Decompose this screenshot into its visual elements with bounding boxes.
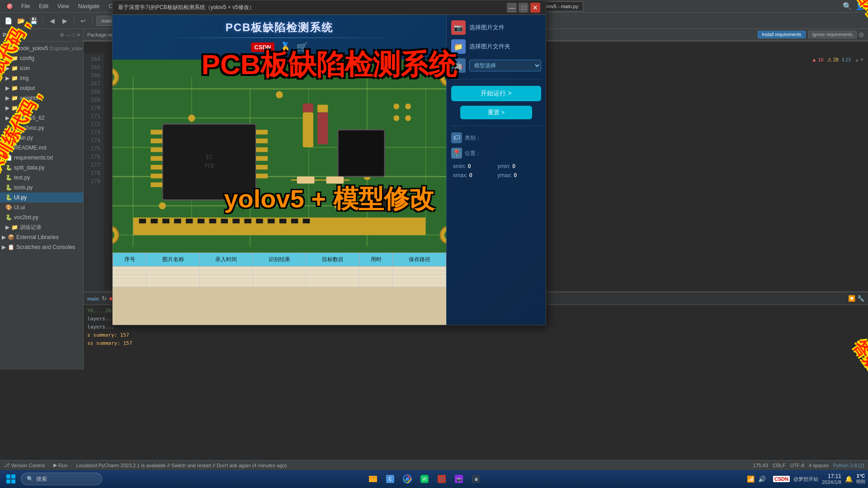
wrench-icon[interactable]: 🔧 bbox=[857, 295, 864, 302]
status-text: Localized PyCharm 2023.2.1 is available … bbox=[76, 463, 287, 468]
ignore-requirements-btn[interactable]: Ignore requirements bbox=[808, 31, 857, 38]
user-icon[interactable]: 👤 bbox=[855, 2, 864, 10]
search-icon[interactable]: 🔍 bbox=[843, 2, 852, 10]
py-icon: 🐍 bbox=[5, 214, 12, 221]
select-folder-btn[interactable]: 选择图片文件夹 bbox=[469, 42, 510, 51]
app-close-btn[interactable]: ✕ bbox=[530, 3, 540, 13]
xmin-value: 0 bbox=[468, 163, 471, 169]
status-bar: ⎇ Version Control | ▶ Run | Localized Py… bbox=[0, 460, 868, 470]
tree-test[interactable]: 🐍 test.py bbox=[0, 173, 83, 183]
cell bbox=[393, 275, 446, 279]
expand-notif-icon[interactable]: ▲▼ bbox=[854, 57, 864, 62]
reset-btn[interactable]: 重置 > bbox=[460, 106, 532, 119]
model-dropdown[interactable]: 模型选择 bbox=[469, 60, 541, 71]
pkg-settings-icon[interactable]: ⚙ bbox=[859, 31, 864, 38]
save-btn[interactable]: 💾 bbox=[28, 15, 39, 26]
windows-start-btn[interactable] bbox=[3, 472, 19, 486]
menu-view[interactable]: View bbox=[54, 2, 73, 10]
app-header: PCB板缺陷检测系统 CSDN 🥇 🛒 bbox=[113, 15, 446, 60]
cell bbox=[359, 279, 392, 283]
gear-icon[interactable]: ⚙ bbox=[60, 32, 64, 38]
menu-file[interactable]: File bbox=[18, 2, 33, 10]
notifications-bar: ▲ 16 ⚠ 28 ℹ 23 ▲▼ bbox=[811, 53, 864, 66]
tree-img[interactable]: ▶ 📁 img bbox=[0, 73, 83, 83]
tree-requirements[interactable]: 📄 requirements.txt bbox=[0, 153, 83, 163]
cell bbox=[199, 275, 253, 279]
taskbar-app2[interactable]: E bbox=[382, 471, 398, 487]
col-save-path: 保存路径 bbox=[393, 253, 446, 267]
app-minimize-btn[interactable]: — bbox=[507, 3, 517, 13]
folder-icon: 📁 bbox=[11, 95, 18, 101]
taskbar-explorer-btn[interactable] bbox=[365, 471, 381, 487]
app-body: PCB板缺陷检测系统 CSDN 🥇 🛒 bbox=[113, 15, 546, 325]
app-maximize-btn[interactable]: □ bbox=[519, 3, 528, 13]
arrow-icon: ▶ bbox=[5, 65, 9, 71]
status-version-control[interactable]: ⎇ Version Control bbox=[4, 462, 45, 468]
start-run-btn[interactable]: 开始运行 > bbox=[451, 86, 541, 101]
tree-readme[interactable]: 📝 README.md bbox=[0, 143, 83, 153]
svg-rect-62 bbox=[367, 188, 402, 212]
sound-icon[interactable]: 🔊 bbox=[758, 475, 766, 483]
status-crlf[interactable]: CRLF bbox=[773, 463, 786, 468]
expand-icon[interactable]: □ bbox=[72, 32, 75, 38]
table-row bbox=[113, 283, 446, 287]
folder-icon: 📁 bbox=[11, 85, 18, 91]
tree-yaml[interactable]: ▶ 📁 YAML bbox=[0, 103, 83, 113]
cell bbox=[306, 283, 359, 287]
taskbar-app7[interactable]: 🖥 bbox=[468, 471, 484, 487]
svg-text:E: E bbox=[389, 477, 392, 482]
tree-tools[interactable]: 🐍 tools.py bbox=[0, 183, 83, 192]
undo-btn[interactable]: ↩ bbox=[78, 15, 89, 26]
taskbar-app6[interactable]: 📷 bbox=[451, 471, 467, 487]
tree-coco2voc[interactable]: 🐍 coco2voc.py bbox=[0, 123, 83, 133]
tree-scratches[interactable]: ▶ 📋 Scratches and Consoles bbox=[0, 242, 83, 252]
back-btn[interactable]: ◀ bbox=[47, 15, 57, 26]
status-run[interactable]: ▶ Run bbox=[53, 462, 67, 468]
new-file-btn[interactable]: 📄 bbox=[3, 15, 14, 26]
tree-ui-py[interactable]: 🐍 UI.py bbox=[0, 192, 83, 202]
tree-external-libs[interactable]: ▶ 📦 External Libraries bbox=[0, 232, 83, 242]
filter-icon[interactable]: 🔽 bbox=[848, 295, 855, 302]
tree-weights[interactable]: ▶ 📁 weights bbox=[0, 93, 83, 103]
taskbar-app5[interactable]: 🎵 bbox=[434, 471, 450, 487]
forward-btn[interactable]: ▶ bbox=[59, 15, 70, 26]
taskbar-wechat-btn[interactable]: W bbox=[416, 471, 433, 487]
status-python-ver[interactable]: Python 3.8 (2) bbox=[833, 463, 864, 468]
menu-edit[interactable]: Edit bbox=[35, 2, 52, 10]
open-btn[interactable]: 📂 bbox=[15, 15, 26, 26]
tree-voc2txt[interactable]: 🐍 voc2txt.py bbox=[0, 212, 83, 222]
tree-split-data[interactable]: 🐍 split_data.py bbox=[0, 163, 83, 173]
collapse-icon[interactable]: — bbox=[66, 32, 71, 38]
tree-ui-ui[interactable]: 🎨 Ui.ui bbox=[0, 202, 83, 212]
taskbar-search[interactable]: 🔍 搜索 bbox=[21, 473, 102, 485]
select-image-btn[interactable]: 选择图片文件 bbox=[469, 23, 505, 32]
taskbar-chrome-btn[interactable] bbox=[399, 471, 415, 487]
xmax-label: xmax: bbox=[453, 172, 467, 178]
notifications-icon[interactable]: 🔔 bbox=[845, 475, 853, 483]
info-count: ℹ 23 bbox=[842, 57, 851, 63]
pcb-board: IC PCB bbox=[113, 60, 446, 253]
cell bbox=[113, 275, 146, 279]
svg-point-89 bbox=[393, 103, 399, 109]
status-encoding[interactable]: UTF-8 bbox=[790, 463, 804, 468]
search-label: 搜索 bbox=[36, 475, 47, 483]
tree-train-records[interactable]: ▶ 📁 训练记录 bbox=[0, 222, 83, 232]
status-line-col[interactable]: 175:43 bbox=[753, 463, 768, 468]
svg-text:PCB: PCB bbox=[204, 163, 214, 169]
weather-desc: 晴朗 bbox=[856, 479, 865, 485]
tree-output[interactable]: ▶ 📁 output bbox=[0, 83, 83, 93]
tree-config[interactable]: ▶ 📁 config bbox=[0, 53, 83, 63]
cell bbox=[306, 267, 359, 271]
close-panel-icon[interactable]: ✕ bbox=[76, 32, 80, 38]
tree-icon[interactable]: ▶ 📁 icon bbox=[0, 63, 83, 73]
status-spaces[interactable]: 4 spaces bbox=[809, 463, 829, 468]
position-row: 📍 位置： bbox=[451, 148, 541, 159]
network-icon[interactable]: 📶 bbox=[747, 475, 755, 483]
install-requirements-btn[interactable]: Install requirements bbox=[758, 31, 805, 38]
taskbar-clock[interactable]: 17:11 2024/1/8 bbox=[822, 473, 841, 485]
tree-yolov5[interactable]: ▶ 📁 yolov5_62 bbox=[0, 113, 83, 123]
tree-main[interactable]: 🐍 main.py bbox=[0, 133, 83, 143]
tree-root[interactable]: ▼ 📁 code_yolov5 D:\g\code_yolov bbox=[0, 43, 83, 53]
menu-navigate[interactable]: Navigate bbox=[75, 2, 103, 10]
restart-icon[interactable]: ↻ bbox=[102, 295, 107, 302]
